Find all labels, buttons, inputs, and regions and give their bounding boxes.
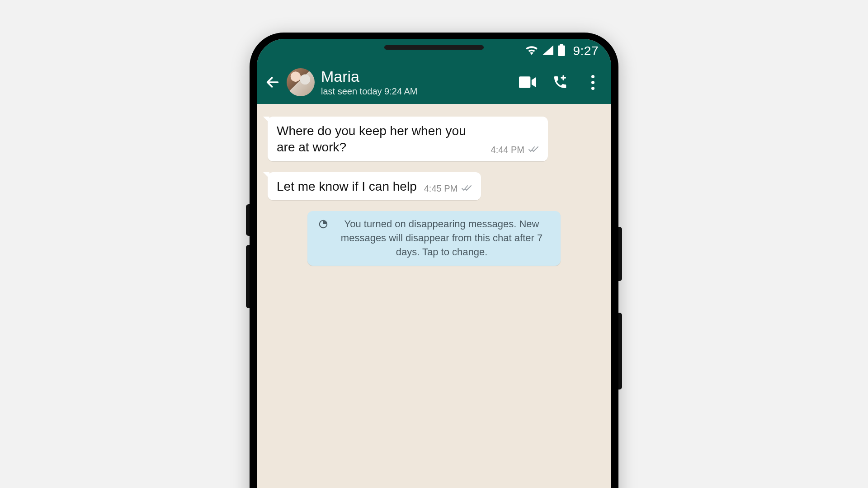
message-time: 4:44 PM (491, 145, 524, 155)
avatar[interactable] (287, 68, 315, 96)
message-time: 4:45 PM (424, 183, 458, 194)
message-bubble[interactable]: Let me know if I can help 4:45 PM (268, 172, 481, 200)
system-notice[interactable]: You turned on disappearing messages. New… (307, 211, 561, 265)
svg-rect-0 (558, 46, 565, 56)
contact-name: Maria (321, 68, 417, 85)
battery-icon (558, 44, 565, 58)
message-bubble[interactable]: Where do you keep her when you are at wo… (268, 117, 548, 161)
wifi-icon (525, 45, 538, 57)
phone-side-button (618, 313, 622, 389)
screen: 9:27 Maria last seen today 9:24 AM (257, 39, 611, 488)
system-notice-text: You turned on disappearing messages. New… (334, 217, 550, 259)
read-receipt-icon (461, 183, 472, 194)
voice-call-button[interactable] (552, 74, 569, 91)
last-seen: last seen today 9:24 AM (321, 86, 417, 97)
chat-header[interactable]: Maria last seen today 9:24 AM (257, 63, 611, 104)
svg-rect-1 (560, 44, 563, 46)
status-bar: 9:27 (257, 39, 611, 63)
phone-side-button (246, 245, 250, 308)
back-button[interactable] (263, 73, 282, 92)
timer-icon (318, 219, 328, 231)
kebab-icon (591, 75, 594, 90)
phone-side-button (246, 204, 250, 236)
read-receipt-icon (528, 145, 539, 155)
message-text: Where do you keep her when you are at wo… (277, 123, 484, 156)
video-call-button[interactable] (519, 74, 536, 91)
phone-side-button (618, 227, 622, 281)
svg-rect-2 (519, 76, 530, 88)
status-time: 9:27 (573, 44, 599, 58)
phone-frame: 9:27 Maria last seen today 9:24 AM (250, 33, 618, 488)
chat-body[interactable]: Where do you keep her when you are at wo… (257, 104, 611, 488)
message-text: Let me know if I can help (277, 178, 417, 195)
cellular-icon (542, 45, 553, 57)
more-options-button[interactable] (584, 74, 601, 91)
